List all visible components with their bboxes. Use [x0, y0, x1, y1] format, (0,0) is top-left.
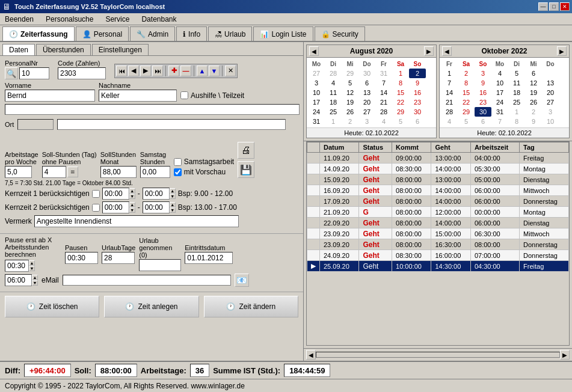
- kernzeit1-from-up[interactable]: ▲: [129, 188, 135, 194]
- table-row[interactable]: 17.09.20 Geht 08:00:00 14:00:00 06:00:00…: [307, 196, 569, 207]
- equal-button[interactable]: =: [67, 167, 78, 177]
- table-row[interactable]: 16.09.20 Geht 08:00:00 14:00:00 06:00:00…: [307, 185, 569, 196]
- table-row[interactable]: 11.09.20 Geht 09:00:00 13:00:00 04:00:00…: [307, 153, 569, 164]
- cal1-cell[interactable]: 25: [325, 107, 342, 117]
- minimize-button[interactable]: —: [538, 2, 548, 11]
- cal2-cell[interactable]: 8: [458, 78, 475, 88]
- code-input[interactable]: [58, 67, 106, 79]
- cal1-cell[interactable]: 31: [375, 69, 392, 78]
- cal1-cell[interactable]: 27: [308, 69, 325, 78]
- maximize-button[interactable]: □: [549, 2, 559, 11]
- cal2-cell[interactable]: 5: [458, 117, 475, 126]
- cal2-cell[interactable]: 3: [475, 69, 491, 78]
- cal2-cell[interactable]: 4: [491, 69, 508, 78]
- kernzeit2-checkbox[interactable]: [92, 204, 100, 212]
- cal2-cell[interactable]: 26: [525, 97, 542, 107]
- cal1-cell[interactable]: 26: [342, 107, 358, 117]
- cal1-cell[interactable]: 17: [308, 97, 325, 107]
- cal2-cell[interactable]: [542, 69, 559, 78]
- cal1-cell[interactable]: 28: [375, 107, 392, 117]
- subtab-ueberstunden[interactable]: Überstunden: [36, 44, 91, 55]
- cal2-cell[interactable]: 20: [542, 88, 559, 97]
- cal1-cell[interactable]: 2: [342, 117, 358, 126]
- tab-urlaub[interactable]: 🏖 Urlaub: [208, 26, 252, 41]
- nav-prev-button[interactable]: ◀: [128, 66, 139, 76]
- cal1-cell[interactable]: 18: [325, 97, 342, 107]
- email-send-button[interactable]: 📧: [235, 274, 249, 287]
- kernzeit1-to-down[interactable]: ▼: [170, 194, 176, 199]
- menu-service[interactable]: Service: [103, 14, 132, 24]
- cal2-cell[interactable]: 24: [491, 97, 508, 107]
- cal1-cell[interactable]: 16: [409, 88, 426, 97]
- nachname-input[interactable]: [99, 90, 177, 102]
- data-table-container[interactable]: Datum Status Kommt Geht Arbeitszeit Tag …: [306, 141, 570, 346]
- cal1-cell[interactable]: 20: [358, 97, 375, 107]
- tab-security[interactable]: 🔒 Security: [315, 26, 365, 41]
- cal1-cell[interactable]: 6: [409, 117, 426, 126]
- soll-stunden-input[interactable]: [42, 166, 66, 178]
- cal1-cell[interactable]: 1: [392, 69, 409, 78]
- vermerk-input[interactable]: [34, 215, 239, 227]
- personal-nr-input[interactable]: [19, 67, 49, 79]
- cal1-cell[interactable]: 19: [342, 97, 358, 107]
- cal2-prev-button[interactable]: ◀: [442, 46, 452, 56]
- kernzeit1-from-down[interactable]: ▼: [129, 194, 135, 199]
- cal1-cell[interactable]: 9: [409, 78, 426, 88]
- cal2-cell[interactable]: 22: [458, 97, 475, 107]
- table-row[interactable]: 23.09.20 Geht 08:00:00 15:00:00 06:30:00…: [307, 228, 569, 239]
- aushilfe-checkbox[interactable]: [180, 91, 188, 99]
- kernzeit1-from-input[interactable]: [102, 188, 129, 200]
- urlaub-genommen-input[interactable]: [139, 259, 181, 271]
- cal2-cell[interactable]: 10: [491, 78, 508, 88]
- cal1-cell[interactable]: 24: [308, 107, 325, 117]
- cal2-cell[interactable]: 8: [508, 117, 525, 126]
- zeit-aendern-button[interactable]: 🕐 Zeit ändern: [204, 296, 298, 317]
- city-input[interactable]: [57, 119, 286, 130]
- cal1-cell[interactable]: 6: [358, 78, 375, 88]
- cal1-cell[interactable]: 10: [308, 88, 325, 97]
- delete-button[interactable]: —: [180, 66, 191, 76]
- table-row[interactable]: 14.09.20 Geht 08:30:00 14:00:00 05:30:00…: [307, 164, 569, 174]
- cal1-cell[interactable]: 27: [358, 107, 375, 117]
- cal2-cell[interactable]: 6: [475, 117, 491, 126]
- cal1-cell[interactable]: 29: [392, 107, 409, 117]
- plz-input[interactable]: [17, 119, 54, 130]
- cal1-cell[interactable]: 30: [409, 107, 426, 117]
- kernzeit2-to-up[interactable]: ▲: [170, 202, 176, 207]
- cal2-cell[interactable]: 31: [491, 107, 508, 117]
- cal2-cell[interactable]: 13: [542, 78, 559, 88]
- menu-personalsuche[interactable]: Personalsuche: [43, 14, 96, 24]
- cal2-cell[interactable]: 3: [542, 107, 559, 117]
- pausen-input[interactable]: [65, 252, 98, 264]
- cal1-cell[interactable]: 28: [325, 69, 342, 78]
- table-row[interactable]: 15.09.20 Geht 08:00:00 13:00:00 05:00:00…: [307, 174, 569, 185]
- kernzeit2-from-down[interactable]: ▼: [129, 207, 135, 213]
- kernzeit1-to-input[interactable]: [143, 188, 170, 200]
- cal2-cell[interactable]: 1: [508, 107, 525, 117]
- cal2-cell[interactable]: 29: [458, 107, 475, 117]
- cal2-cell[interactable]: 4: [441, 117, 458, 126]
- kernzeit2-from-input[interactable]: [102, 201, 129, 213]
- cal2-cell[interactable]: 6: [525, 69, 542, 78]
- soll-monat-input[interactable]: [100, 166, 137, 178]
- cal2-cell[interactable]: 11: [508, 78, 525, 88]
- table-row[interactable]: ▶ 25.09.20 Geht 10:00:00 14:30:00 04:30:…: [307, 261, 569, 272]
- pause-time-input[interactable]: [5, 260, 29, 272]
- cal1-prev-button[interactable]: ◀: [309, 46, 319, 56]
- cal2-cell[interactable]: 28: [441, 107, 458, 117]
- cal1-cell[interactable]: 31: [308, 117, 325, 126]
- samstagsarbeit-checkbox[interactable]: [174, 158, 182, 166]
- cal2-cell[interactable]: 16: [475, 88, 491, 97]
- cal1-cell[interactable]: 5: [392, 117, 409, 126]
- cal2-cell[interactable]: 27: [542, 97, 559, 107]
- down-button[interactable]: ▼: [209, 66, 220, 76]
- cal1-cell[interactable]: 3: [358, 117, 375, 126]
- kernzeit2-from-up[interactable]: ▲: [129, 202, 135, 207]
- print-icon-button[interactable]: 🖨: [238, 142, 254, 159]
- tab-personal[interactable]: 👤 Personal: [76, 26, 129, 41]
- close-form-button[interactable]: ✕: [225, 66, 236, 76]
- zeit-loeschen-button[interactable]: 🕐 Zeit löschen: [5, 296, 99, 317]
- menu-beenden[interactable]: Beenden: [2, 14, 36, 24]
- cal1-next-button[interactable]: ▶: [424, 46, 434, 56]
- save-icon-button[interactable]: 💾: [238, 161, 254, 178]
